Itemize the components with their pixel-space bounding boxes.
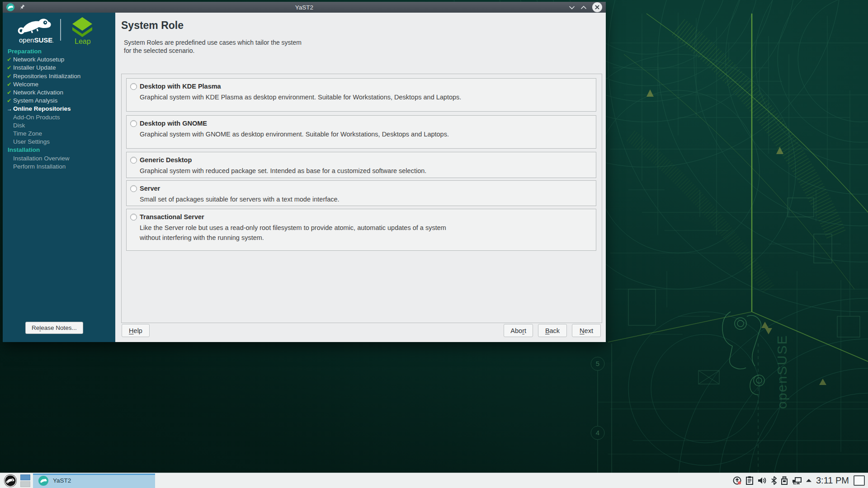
- minimize-icon[interactable]: [569, 5, 575, 9]
- sidebar-item-label: Network Activation: [13, 89, 63, 96]
- radio-button[interactable]: [130, 83, 137, 90]
- sidebar-item-installer-update: ✔Installer Update: [3, 64, 115, 72]
- yast-task-icon: [38, 476, 48, 486]
- help-button[interactable]: Help: [122, 324, 150, 337]
- show-hidden-icons-icon[interactable]: [805, 476, 812, 485]
- show-desktop-button[interactable]: [854, 475, 865, 486]
- window-title: YaST2: [3, 4, 606, 11]
- updates-icon[interactable]: [732, 476, 742, 485]
- sidebar-item-network-autosetup: ✔Network Autosetup: [3, 56, 115, 64]
- sidebar-item-label: Add-On Products: [13, 114, 60, 121]
- yast2-window: YaST2 openSUSE.: [3, 2, 606, 342]
- role-option-server[interactable]: ServerSmall set of packages suitable for…: [126, 180, 596, 206]
- volume-icon[interactable]: [757, 476, 768, 485]
- check-icon: ✔: [7, 97, 13, 105]
- network-icon[interactable]: [792, 476, 802, 485]
- sidebar-item-perform-installation: Perform Installation: [3, 163, 115, 171]
- content-pane: System Role System Roles are predefined …: [115, 13, 606, 342]
- radio-button[interactable]: [130, 214, 137, 221]
- role-option-generic-desktop[interactable]: Generic DesktopGraphical system with red…: [126, 152, 596, 178]
- sidebar-item-label: Online Repositories: [13, 105, 71, 112]
- current-step-arrow-icon: →: [7, 105, 13, 113]
- radio-button[interactable]: [130, 157, 137, 164]
- removable-device-icon[interactable]: [780, 476, 788, 485]
- sidebar-item-label: Installer Update: [13, 64, 56, 71]
- sidebar-item-label: Installation Overview: [13, 155, 70, 162]
- sidebar-item-label: Disk: [13, 122, 25, 129]
- sidebar-item-network-activation: ✔Network Activation: [3, 89, 115, 97]
- sidebar-item-welcome: ✔Welcome: [3, 80, 115, 89]
- bluetooth-icon[interactable]: [771, 476, 777, 485]
- back-button[interactable]: Back: [538, 324, 567, 337]
- check-icon: ✔: [7, 80, 13, 89]
- sidebar-item-add-on-products: Add-On Products: [3, 113, 115, 122]
- role-option-title: Server: [140, 185, 160, 192]
- sidebar-item-label: Repositories Initialization: [13, 73, 80, 80]
- role-option-title: Desktop with KDE Plasma: [140, 83, 221, 90]
- svg-text:Leap: Leap: [75, 38, 91, 45]
- abort-button[interactable]: Abort: [504, 324, 533, 337]
- sidebar-item-user-settings: User Settings: [3, 138, 115, 146]
- role-option-title: Transactional Server: [140, 213, 204, 221]
- application-launcher-icon[interactable]: [4, 474, 17, 488]
- page-title: System Role: [121, 19, 184, 32]
- sidebar-item-time-zone: Time Zone: [3, 130, 115, 138]
- clipboard-icon[interactable]: [745, 476, 754, 485]
- system-tray: [732, 476, 812, 485]
- role-option-description: Graphical system with GNOME as desktop e…: [140, 130, 449, 140]
- sidebar-item-disk: Disk: [3, 122, 115, 130]
- virtual-desktop-pager[interactable]: [20, 474, 30, 487]
- sidebar-item-system-analysis: ✔System Analysis: [3, 97, 115, 105]
- desktop: openSUSE 5 4 YaST2: [0, 0, 868, 488]
- role-option-description: Small set of packages suitable for serve…: [140, 195, 340, 205]
- sidebar-item-installation-overview: Installation Overview: [3, 155, 115, 163]
- check-icon: ✔: [7, 56, 13, 64]
- radio-button[interactable]: [130, 185, 137, 192]
- sidebar-item-label: System Analysis: [13, 97, 57, 104]
- sidebar-section-preparation: Preparation: [3, 47, 115, 56]
- role-option-description: Graphical system with KDE Plasma as desk…: [140, 93, 461, 103]
- installer-steps: Preparation✔Network Autosetup✔Installer …: [3, 47, 115, 171]
- check-icon: ✔: [7, 72, 13, 80]
- taskbar-task-yast2[interactable]: YaST2: [33, 474, 155, 488]
- sidebar-item-online-repositories: →Online Repositories: [3, 105, 115, 113]
- sidebar-item-label: Perform Installation: [13, 163, 66, 170]
- clock[interactable]: 3:11 PM: [816, 475, 849, 486]
- pager-desktop-2[interactable]: [20, 481, 30, 487]
- role-option-desktop-with-kde-plasma[interactable]: Desktop with KDE PlasmaGraphical system …: [126, 78, 596, 112]
- page-description: System Roles are predefined use cases wh…: [124, 38, 302, 55]
- sidebar-item-label: User Settings: [13, 138, 50, 145]
- installer-sidebar: openSUSE. Leap Preparation✔Network Autos…: [3, 13, 115, 342]
- role-option-description: Graphical system with reduced package se…: [140, 166, 426, 176]
- role-option-transactional-server[interactable]: Transactional ServerLike the Server role…: [126, 209, 596, 251]
- role-option-title: Desktop with GNOME: [140, 120, 207, 127]
- sidebar-section-installation: Installation: [3, 146, 115, 154]
- window-titlebar[interactable]: YaST2: [3, 2, 606, 13]
- sidebar-item-label: Time Zone: [13, 130, 42, 137]
- check-icon: ✔: [7, 64, 13, 72]
- next-button[interactable]: Next: [572, 324, 601, 337]
- system-role-options: Desktop with KDE PlasmaGraphical system …: [121, 74, 602, 323]
- check-icon: ✔: [7, 89, 13, 97]
- release-notes-button[interactable]: Release Notes...: [25, 322, 83, 334]
- role-option-title: Generic Desktop: [140, 156, 192, 164]
- taskbar: YaST2: [0, 473, 868, 488]
- opensuse-leap-logo: openSUSE. Leap: [15, 15, 104, 47]
- maximize-icon[interactable]: [580, 5, 587, 9]
- pager-desktop-1[interactable]: [20, 474, 30, 480]
- radio-button[interactable]: [130, 120, 137, 127]
- role-option-description: Like the Server role but uses a read-onl…: [140, 223, 446, 243]
- sidebar-item-label: Network Autosetup: [13, 56, 64, 63]
- task-label: YaST2: [53, 477, 71, 484]
- sidebar-item-repositories-initialization: ✔Repositories Initialization: [3, 72, 115, 80]
- role-option-desktop-with-gnome[interactable]: Desktop with GNOMEGraphical system with …: [126, 115, 596, 149]
- close-icon: [594, 5, 600, 10]
- close-button[interactable]: [592, 2, 602, 12]
- svg-text:openSUSE.: openSUSE.: [19, 36, 54, 44]
- sidebar-item-label: Welcome: [13, 81, 38, 88]
